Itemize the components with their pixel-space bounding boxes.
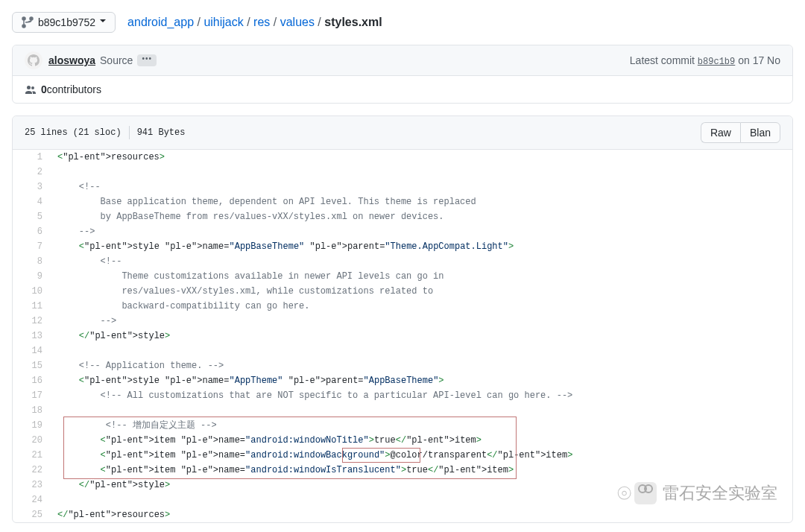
code-line: 16 <"pl-ent">style "pl-e">name="AppTheme… xyxy=(13,373,792,388)
line-number[interactable]: 24 xyxy=(13,493,50,507)
code-content xyxy=(50,403,792,418)
commit-author[interactable]: aloswoya xyxy=(48,54,95,66)
line-number[interactable]: 16 xyxy=(13,373,50,388)
code-line: 3 <!-- xyxy=(13,180,792,194)
line-number[interactable]: 4 xyxy=(13,194,50,209)
contributors-label: contributors xyxy=(47,83,101,95)
code-line: 6 --> xyxy=(13,224,792,239)
divider xyxy=(129,126,130,139)
commit-sha[interactable]: b89c1b9 xyxy=(698,57,735,67)
code-content: <!-- All customizations that are NOT spe… xyxy=(50,388,792,403)
code-content: <"pl-ent">resources> xyxy=(50,150,792,165)
commit-latest-label: Latest commit xyxy=(630,54,698,66)
line-number[interactable]: 9 xyxy=(13,269,50,284)
code-line: 9 Theme customizations available in newe… xyxy=(13,269,792,284)
line-number[interactable]: 6 xyxy=(13,224,50,239)
code-content: <"pl-ent">style "pl-e">name="AppBaseThem… xyxy=(50,239,792,254)
code-content: <!-- xyxy=(50,180,792,194)
caret-down-icon xyxy=(100,19,106,25)
file-header: 25 lines (21 sloc) 941 Bytes Raw Blan xyxy=(13,116,792,150)
code-line: 22 <"pl-ent">item "pl-e">name="android:w… xyxy=(13,463,792,478)
commit-meta: Latest commit b89c1b9 on 17 No xyxy=(630,54,780,67)
commit-bar: aloswoya Source ••• Latest commit b89c1b… xyxy=(13,45,792,76)
breadcrumb: android_app / uihijack / res / values / … xyxy=(127,16,382,29)
code-content: </"pl-ent">style> xyxy=(50,329,792,343)
code-content: res/values-vXX/styles.xml, while customi… xyxy=(50,284,792,299)
line-number[interactable]: 1 xyxy=(13,150,50,165)
code-line: 15 <!-- Application theme. --> xyxy=(13,358,792,373)
code-content: <"pl-ent">item "pl-e">name="android:wind… xyxy=(50,463,792,478)
people-icon xyxy=(25,83,37,95)
code-line: 2 xyxy=(13,165,792,180)
line-number[interactable]: 14 xyxy=(13,343,50,358)
blame-button[interactable]: Blan xyxy=(740,122,780,143)
line-number[interactable]: 21 xyxy=(13,448,50,463)
line-number[interactable]: 20 xyxy=(13,433,50,448)
octocat-icon xyxy=(28,54,40,66)
code-line: 11 backward-compatibility can go here. xyxy=(13,299,792,314)
code-content: <!-- 增加自定义主题 --> xyxy=(50,418,792,433)
line-number[interactable]: 10 xyxy=(13,284,50,299)
watermark-text: 雷石安全实验室 xyxy=(663,482,777,504)
code-content: --> xyxy=(50,314,792,329)
line-number[interactable]: 19 xyxy=(13,418,50,433)
line-number[interactable]: 12 xyxy=(13,314,50,329)
line-number[interactable]: 5 xyxy=(13,209,50,224)
code-line: 17 <!-- All customizations that are NOT … xyxy=(13,388,792,403)
file-box: 25 lines (21 sloc) 941 Bytes Raw Blan 1<… xyxy=(12,115,793,523)
code-content: <"pl-ent">style "pl-e">name="AppTheme" "… xyxy=(50,373,792,388)
breadcrumb-link[interactable]: res xyxy=(253,16,270,28)
commit-box: aloswoya Source ••• Latest commit b89c1b… xyxy=(12,45,793,104)
code-content: <!-- xyxy=(50,254,792,269)
code-content xyxy=(50,165,792,180)
line-number[interactable]: 18 xyxy=(13,403,50,418)
line-number[interactable]: 15 xyxy=(13,358,50,373)
code-line: 7 <"pl-ent">style "pl-e">name="AppBaseTh… xyxy=(13,239,792,254)
code-content: Base application theme, dependent on API… xyxy=(50,194,792,209)
commit-more-button[interactable]: ••• xyxy=(137,54,157,66)
code-line: 8 <!-- xyxy=(13,254,792,269)
branch-name: b89c1b9752 xyxy=(38,16,95,28)
breadcrumb-link[interactable]: android_app xyxy=(127,16,194,28)
code-line: 10 res/values-vXX/styles.xml, while cust… xyxy=(13,284,792,299)
watermark: ⦾ 雷石安全实验室 xyxy=(617,482,777,504)
line-number[interactable]: 3 xyxy=(13,180,50,194)
breadcrumb-current: styles.xml xyxy=(324,16,382,28)
branch-icon xyxy=(22,16,34,28)
line-number[interactable]: 13 xyxy=(13,329,50,343)
file-bytes: 941 Bytes xyxy=(137,127,186,138)
code-content: <"pl-ent">item "pl-e">name="android:wind… xyxy=(50,433,792,448)
code-line: 12 --> xyxy=(13,314,792,329)
code-line: 5 by AppBaseTheme from res/values-vXX/st… xyxy=(13,209,792,224)
file-lines: 25 lines (21 sloc) xyxy=(25,127,121,138)
code-content: backward-compatibility can go here. xyxy=(50,299,792,314)
code-line: 25</"pl-ent">resources> xyxy=(13,507,792,522)
code-content: by AppBaseTheme from res/values-vXX/styl… xyxy=(50,209,792,224)
line-number[interactable]: 23 xyxy=(13,478,50,493)
contributors-count: 0 xyxy=(41,83,47,95)
code-line: 19 <!-- 增加自定义主题 --> xyxy=(13,418,792,433)
breadcrumb-link[interactable]: values xyxy=(280,16,315,28)
commit-message: Source xyxy=(100,54,133,66)
line-number[interactable]: 25 xyxy=(13,507,50,522)
raw-button[interactable]: Raw xyxy=(701,122,740,143)
ellipsis-icon: ••• xyxy=(142,55,152,63)
line-number[interactable]: 8 xyxy=(13,254,50,269)
line-number[interactable]: 7 xyxy=(13,239,50,254)
commit-date: 17 No xyxy=(753,54,780,66)
line-number[interactable]: 2 xyxy=(13,165,50,180)
code-content xyxy=(50,343,792,358)
code-content: --> xyxy=(50,224,792,239)
line-number[interactable]: 22 xyxy=(13,463,50,478)
code-table: 1<"pl-ent">resources>23 <!--4 Base appli… xyxy=(13,150,792,522)
code-line: 1<"pl-ent">resources> xyxy=(13,150,792,165)
code-content: </"pl-ent">resources> xyxy=(50,507,792,522)
line-number[interactable]: 11 xyxy=(13,299,50,314)
code-line: 4 Base application theme, dependent on A… xyxy=(13,194,792,209)
code-line: 21 <"pl-ent">item "pl-e">name="android:w… xyxy=(13,448,792,463)
branch-selector-button[interactable]: b89c1b9752 xyxy=(12,12,116,33)
line-number[interactable]: 17 xyxy=(13,388,50,403)
wechat-icon: ⦾ xyxy=(617,483,631,504)
breadcrumb-link[interactable]: uihijack xyxy=(203,16,243,28)
avatar[interactable] xyxy=(25,51,42,69)
